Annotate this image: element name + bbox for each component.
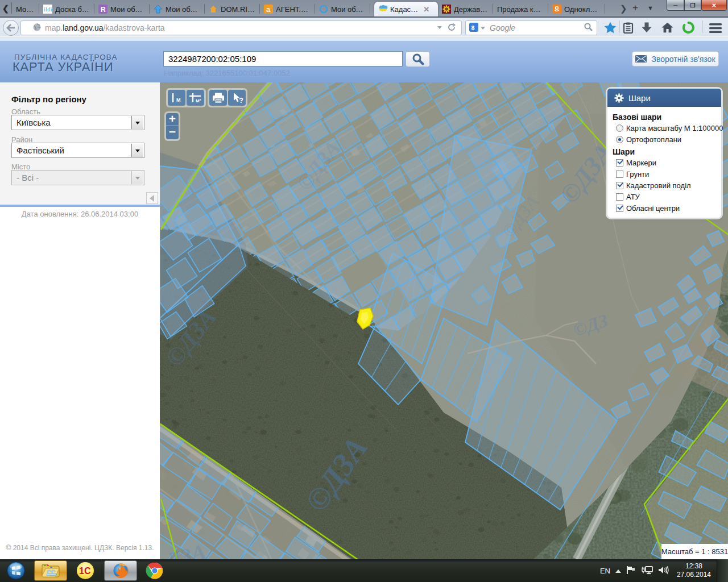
svg-text:R: R xyxy=(101,6,106,14)
svg-text:8: 8 xyxy=(471,23,475,31)
svg-text:M: M xyxy=(176,97,181,103)
svg-text:a: a xyxy=(266,5,271,14)
svg-text:ildi: ildi xyxy=(44,6,52,13)
svg-text:?: ? xyxy=(239,96,243,104)
svg-text:1С: 1С xyxy=(79,566,91,576)
svg-text:M²: M² xyxy=(196,98,201,103)
